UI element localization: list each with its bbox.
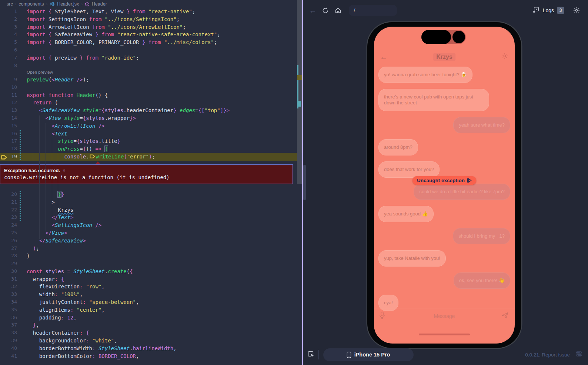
chat-back-icon[interactable]: ←: [380, 53, 388, 61]
code-line[interactable]: 26 </SafeAreaView>: [0, 237, 302, 245]
line-number[interactable]: 29: [0, 260, 17, 268]
code-line[interactable]: 34 justifyContent: "space-between",: [0, 298, 302, 306]
code-line[interactable]: 3import ArrowLeftIcon from "../icons/Arr…: [0, 23, 302, 31]
code-text: borderBottomColor: BORDER_COLOR,: [27, 352, 139, 360]
home-button[interactable]: [332, 4, 344, 17]
line-number[interactable]: 16: [0, 130, 17, 138]
code-line[interactable]: 39 backgroundColor: "white",: [0, 337, 302, 345]
line-number[interactable]: 41: [0, 352, 17, 360]
code-line[interactable]: 10: [0, 84, 302, 91]
breadcrumb[interactable]: src › components › Header.jsx › Header: [0, 0, 302, 8]
logs-device-icon[interactable]: [532, 6, 540, 15]
uncaught-exception-button[interactable]: Uncaught exception: [412, 176, 476, 185]
line-number[interactable]: 23: [0, 214, 17, 221]
line-number[interactable]: 11: [0, 91, 17, 99]
line-number[interactable]: 15: [0, 122, 17, 130]
code-line[interactable]: 36 padding: 12,: [0, 314, 302, 322]
line-number[interactable]: 28: [0, 252, 17, 260]
report-issue-link[interactable]: 0.0.21: Report issue: [525, 352, 570, 358]
breadcrumb-item-file[interactable]: Header.jsx: [57, 1, 79, 7]
line-number[interactable]: 2: [0, 16, 17, 23]
message-input-bar[interactable]: Message: [374, 308, 515, 324]
code-line[interactable]: 5import { BORDER_COLOR, PRIMARY_COLOR } …: [0, 38, 302, 46]
line-number[interactable]: 6: [0, 46, 17, 54]
exception-close-icon[interactable]: ×: [63, 168, 66, 173]
code-line[interactable]: 12 return (: [0, 99, 302, 107]
line-number[interactable]: 37: [0, 321, 17, 329]
line-number[interactable]: 5: [0, 38, 17, 46]
preview-bottom-bar: iPhone 15 Pro 0.0.21: Report issue: [303, 344, 588, 365]
code-line[interactable]: 14 <View style={styles.wrapper}>: [0, 114, 302, 122]
codelens-open-preview[interactable]: Open preview: [0, 69, 302, 76]
settings-gear-icon[interactable]: [570, 4, 583, 17]
code-line[interactable]: 29: [0, 260, 302, 268]
chat-settings-icon[interactable]: [501, 52, 509, 61]
panel-scrollbar[interactable]: [303, 165, 306, 200]
code-editor[interactable]: src › components › Header.jsx › Header 1…: [0, 0, 302, 365]
line-number[interactable]: 26: [0, 237, 17, 245]
code-line[interactable]: 40 borderBottomWidth: StyleSheet.hairlin…: [0, 345, 302, 352]
line-number[interactable]: 17: [0, 137, 17, 145]
line-number[interactable]: 40: [0, 345, 17, 352]
line-number[interactable]: 32: [0, 283, 17, 291]
line-number[interactable]: 31: [0, 275, 17, 283]
nav-back-button[interactable]: ←: [307, 4, 319, 17]
line-number[interactable]: 33: [0, 291, 17, 298]
line-number[interactable]: 9: [0, 76, 17, 84]
line-number[interactable]: 22: [0, 206, 17, 214]
code-line[interactable]: 13 <SafeAreaView style={styles.headerCon…: [0, 107, 302, 114]
devices-toggle-icon[interactable]: [575, 351, 583, 359]
code-line[interactable]: 4import { SafeAreaView } from "react-nat…: [0, 31, 302, 38]
code-line[interactable]: 32 flexDirection: "row",: [0, 283, 302, 291]
code-line[interactable]: 27 );: [0, 245, 302, 252]
code-line[interactable]: 28}: [0, 252, 302, 260]
line-number[interactable]: 8: [0, 62, 17, 70]
line-number[interactable]: 21: [0, 198, 17, 206]
line-number[interactable]: 38: [0, 329, 17, 337]
code-line[interactable]: 9preview(<Header />);: [0, 76, 302, 84]
breadcrumb-item-src[interactable]: src: [7, 1, 13, 7]
line-number[interactable]: 30: [0, 268, 17, 275]
code-line[interactable]: 7import { preview } from "radon-ide";: [0, 54, 302, 62]
code-line[interactable]: 8: [0, 62, 302, 70]
line-number[interactable]: 25: [0, 229, 17, 237]
code-line[interactable]: 1import { StyleSheet, Text, View } from …: [0, 8, 302, 16]
code-line[interactable]: 37 },: [0, 321, 302, 329]
code-line[interactable]: 6: [0, 46, 302, 54]
line-number[interactable]: 20: [0, 191, 17, 198]
code-line[interactable]: 38 headerContainer: {: [0, 329, 302, 337]
logs-button[interactable]: Logs: [543, 7, 554, 13]
breadcrumb-item-symbol[interactable]: Header: [92, 1, 107, 7]
code-line[interactable]: 30const styles = StyleSheet.create({: [0, 268, 302, 275]
line-number[interactable]: 7: [0, 54, 17, 62]
send-icon[interactable]: [501, 312, 509, 321]
line-number[interactable]: 34: [0, 298, 17, 306]
line-number[interactable]: 1: [0, 8, 17, 16]
line-number[interactable]: 35: [0, 306, 17, 314]
reload-button[interactable]: [319, 4, 332, 17]
indent-guide: [58, 146, 58, 210]
device-select-button[interactable]: iPhone 15 Pro: [323, 348, 414, 361]
line-number[interactable]: 4: [0, 31, 17, 38]
url-bar[interactable]: /: [349, 5, 397, 16]
line-number[interactable]: 39: [0, 337, 17, 345]
breadcrumb-item-components[interactable]: components: [19, 1, 44, 7]
line-number[interactable]: 14: [0, 114, 17, 122]
line-number[interactable]: 10: [0, 84, 17, 91]
code-line[interactable]: 11export function Header() {: [0, 91, 302, 99]
code-line[interactable]: 2import SettingsIcon from "../icons/Sett…: [0, 16, 302, 23]
line-number[interactable]: 3: [0, 23, 17, 31]
line-number[interactable]: 13: [0, 107, 17, 114]
line-number[interactable]: 36: [0, 314, 17, 322]
line-number[interactable]: 27: [0, 245, 17, 252]
code-line[interactable]: 31 wrapper: {: [0, 275, 302, 283]
code-line[interactable]: 35 alignItems: "center",: [0, 306, 302, 314]
inspect-element-icon[interactable]: [307, 350, 315, 359]
mic-icon[interactable]: [379, 311, 385, 321]
line-number[interactable]: 18: [0, 145, 17, 153]
line-number[interactable]: 12: [0, 99, 17, 107]
line-number[interactable]: 24: [0, 221, 17, 229]
code-line[interactable]: 33 width: "100%",: [0, 291, 302, 298]
code-line[interactable]: 41 borderBottomColor: BORDER_COLOR,: [0, 352, 302, 360]
device-screen[interactable]: ← Krzys yo! wanna grab some beer tonight…: [374, 27, 515, 344]
